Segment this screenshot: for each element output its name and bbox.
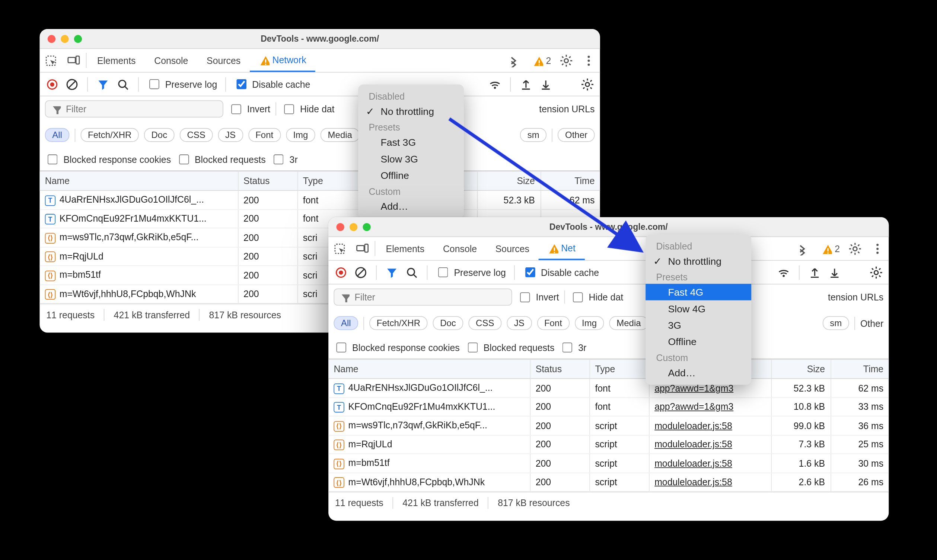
tab-console[interactable]: Console [434,237,486,260]
type-pill-media[interactable]: Media [321,128,359,142]
download-har-icon[interactable] [538,77,553,91]
record-icon[interactable] [45,77,60,91]
table-row[interactable]: ⟨⟩m=bm51tf200scriptmoduleloader.js:581.6… [328,454,889,472]
inspect-element-icon[interactable] [40,49,62,72]
upload-har-icon[interactable] [519,77,533,91]
third-party-checkbox[interactable]: 3r [560,341,587,354]
blocked-cookies-checkbox[interactable]: Blocked response cookies [333,341,459,354]
type-pill-all[interactable]: All [45,128,69,142]
more-tabs-icon[interactable] [792,242,814,255]
tab-elements[interactable]: Elements [88,49,145,72]
type-pill-doc[interactable]: Doc [433,316,463,330]
kebab-menu-icon[interactable] [866,242,889,255]
third-party-checkbox[interactable]: 3r [271,152,298,166]
menu-item-slow-3g[interactable]: Slow 3G [358,151,464,167]
menu-item-offline[interactable]: Offline [645,333,751,349]
tab-elements[interactable]: Elements [377,237,434,260]
type-pill-other[interactable]: Other [558,128,595,142]
minimize-window-icon[interactable] [61,35,68,43]
blocked-requests-checkbox[interactable]: Blocked requests [176,152,266,166]
col-name[interactable]: Name [328,359,530,378]
col-status[interactable]: Status [238,171,298,191]
filter-input-wrap[interactable] [333,289,512,306]
request-initiator[interactable]: moduleloader.js:58 [655,420,732,431]
menu-item-no-throttling[interactable]: No throttling [645,253,751,269]
type-pill-doc[interactable]: Doc [144,128,174,142]
throttling-menu-before[interactable]: Disabled No throttling Presets Fast 3G S… [358,85,464,218]
preserve-log-checkbox[interactable]: Preserve log [147,77,217,91]
zoom-window-icon[interactable] [363,223,370,231]
tab-sources[interactable]: Sources [197,49,250,72]
device-toolbar-icon[interactable] [351,237,374,260]
type-pill-wasm-cut[interactable]: sm [520,128,546,142]
menu-item-fast-3g[interactable]: Fast 3G [358,134,464,150]
settings-icon[interactable] [555,54,577,67]
tab-network[interactable]: Network [250,49,315,72]
type-pill-all[interactable]: All [333,316,358,330]
table-row[interactable]: ⟨⟩m=Wt6vjf,hhhU8,FCpbqb,WhJNk200scriptmo… [328,472,889,492]
table-row[interactable]: T4UaRrENHsxJlGDuGo1OIlJfC6l_...200font52… [40,191,600,209]
type-pill-css[interactable]: CSS [469,316,502,330]
hide-data-urls-checkbox[interactable]: Hide dat [570,290,623,304]
search-icon[interactable] [116,77,130,91]
col-time[interactable]: Time [830,359,889,378]
request-initiator[interactable]: app?awwd=1&gm3 [655,402,733,412]
filter-toggle-icon[interactable] [384,265,399,280]
col-size[interactable]: Size [477,171,540,191]
request-initiator[interactable]: moduleloader.js:58 [655,477,732,487]
menu-item-add[interactable]: Add… [358,198,464,215]
filter-toggle-icon[interactable] [96,77,110,91]
network-settings-icon[interactable] [580,77,594,91]
more-tabs-icon[interactable] [503,54,525,67]
type-pill-js[interactable]: JS [218,128,243,142]
warnings-badge[interactable]: 2 [818,243,844,254]
record-icon[interactable] [333,265,348,280]
request-initiator[interactable]: moduleloader.js:58 [655,458,732,468]
filter-input[interactable] [65,103,218,115]
blocked-cookies-checkbox[interactable]: Blocked response cookies [45,152,171,166]
zoom-window-icon[interactable] [74,35,82,43]
menu-item-fast-4g[interactable]: Fast 4G [645,284,751,300]
type-pill-font[interactable]: Font [248,128,281,142]
table-row[interactable]: ⟨⟩m=ws9Tlc,n73qwf,GkRiKb,e5qF...200scrip… [328,416,889,435]
type-pill-js[interactable]: JS [507,316,532,330]
close-window-icon[interactable] [48,35,56,43]
settings-icon[interactable] [844,242,866,255]
hide-data-urls-checkbox[interactable]: Hide dat [281,102,334,115]
close-window-icon[interactable] [336,223,344,231]
type-pill-wasm-cut[interactable]: sm [823,316,849,330]
type-pill-fetchxhr[interactable]: Fetch/XHR [369,316,428,330]
blocked-requests-checkbox[interactable]: Blocked requests [465,341,554,354]
download-har-icon[interactable] [827,265,842,280]
type-pill-media[interactable]: Media [610,316,648,330]
table-row[interactable]: T4UaRrENHsxJlGDuGo1OIlJfC6l_...200fontap… [328,378,889,397]
menu-item-no-throttling[interactable]: No throttling [358,103,464,119]
minimize-window-icon[interactable] [350,223,357,231]
warnings-badge[interactable]: 2 [529,55,555,65]
tab-console[interactable]: Console [145,49,197,72]
type-pill-img[interactable]: Img [575,316,604,330]
col-size[interactable]: Size [771,359,830,378]
network-conditions-icon[interactable] [776,265,791,280]
type-pill-other[interactable]: Other [860,318,883,328]
col-type[interactable]: Type [589,359,649,378]
invert-checkbox[interactable]: Invert [517,290,559,304]
col-time[interactable]: Time [540,171,600,191]
invert-checkbox[interactable]: Invert [228,102,270,115]
disable-cache-checkbox[interactable]: Disable cache [522,266,599,279]
tab-network[interactable]: Net [539,237,585,260]
filter-input-wrap[interactable] [45,100,223,117]
menu-item-3g[interactable]: 3G [645,317,751,333]
clear-icon[interactable] [65,77,79,91]
device-toolbar-icon[interactable] [62,49,85,72]
clear-icon[interactable] [353,265,368,280]
tab-sources[interactable]: Sources [486,237,539,260]
col-name[interactable]: Name [40,171,238,191]
upload-har-icon[interactable] [807,265,822,280]
table-row[interactable]: TKFOmCnqEu92Fr1Mu4mxKKTU1...200fontapp?a… [328,397,889,417]
preserve-log-checkbox[interactable]: Preserve log [435,266,506,279]
throttling-menu-after[interactable]: Disabled No throttling Presets Fast 4G S… [645,234,751,385]
col-status[interactable]: Status [530,359,590,378]
menu-item-add[interactable]: Add… [645,365,751,381]
inspect-element-icon[interactable] [328,237,351,260]
